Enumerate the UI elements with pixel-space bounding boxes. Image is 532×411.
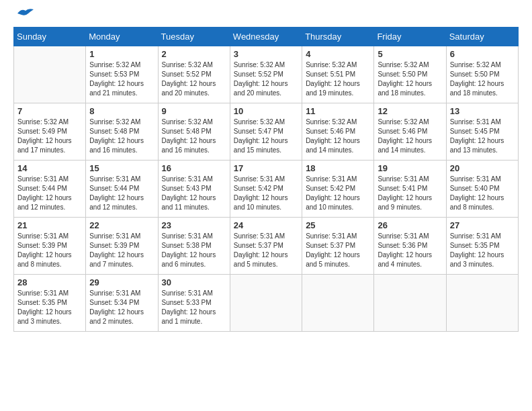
day-number: 25 <box>306 220 370 230</box>
calendar-cell: 18Sunrise: 5:31 AM Sunset: 5:42 PM Dayli… <box>302 161 374 218</box>
day-number: 22 <box>89 220 154 230</box>
calendar-table: SundayMondayTuesdayWednesdayThursdayFrid… <box>13 27 519 332</box>
calendar-cell: 7Sunrise: 5:32 AM Sunset: 5:49 PM Daylig… <box>14 103 86 161</box>
calendar-cell: 23Sunrise: 5:31 AM Sunset: 5:38 PM Dayli… <box>158 218 230 275</box>
calendar-cell: 29Sunrise: 5:31 AM Sunset: 5:34 PM Dayli… <box>86 275 158 332</box>
day-info: Sunrise: 5:31 AM Sunset: 5:38 PM Dayligh… <box>162 232 226 269</box>
weekday-header-thursday: Thursday <box>302 28 374 46</box>
day-info: Sunrise: 5:31 AM Sunset: 5:34 PM Dayligh… <box>89 289 154 326</box>
calendar-cell: 9Sunrise: 5:32 AM Sunset: 5:48 PM Daylig… <box>158 103 230 161</box>
calendar-week-row: 28Sunrise: 5:31 AM Sunset: 5:35 PM Dayli… <box>14 275 519 332</box>
calendar-cell: 14Sunrise: 5:31 AM Sunset: 5:44 PM Dayli… <box>14 161 86 218</box>
day-number: 26 <box>378 220 442 230</box>
calendar-cell <box>374 275 446 332</box>
day-info: Sunrise: 5:31 AM Sunset: 5:44 PM Dayligh… <box>17 175 82 212</box>
day-number: 16 <box>162 163 226 173</box>
day-info: Sunrise: 5:32 AM Sunset: 5:52 PM Dayligh… <box>234 60 298 98</box>
day-number: 23 <box>162 220 226 230</box>
day-number: 20 <box>450 163 515 173</box>
day-info: Sunrise: 5:31 AM Sunset: 5:37 PM Dayligh… <box>234 232 298 269</box>
day-number: 9 <box>162 106 226 116</box>
day-info: Sunrise: 5:32 AM Sunset: 5:50 PM Dayligh… <box>450 60 515 98</box>
day-info: Sunrise: 5:31 AM Sunset: 5:43 PM Dayligh… <box>162 175 226 212</box>
weekday-header-sunday: Sunday <box>14 28 86 46</box>
calendar-cell: 30Sunrise: 5:31 AM Sunset: 5:33 PM Dayli… <box>158 275 230 332</box>
day-number: 3 <box>234 49 298 59</box>
day-info: Sunrise: 5:31 AM Sunset: 5:45 PM Dayligh… <box>450 118 515 155</box>
day-number: 6 <box>450 49 515 59</box>
day-info: Sunrise: 5:31 AM Sunset: 5:44 PM Dayligh… <box>89 175 154 212</box>
day-number: 4 <box>306 49 370 59</box>
day-number: 30 <box>162 277 226 287</box>
calendar-cell: 6Sunrise: 5:32 AM Sunset: 5:50 PM Daylig… <box>446 46 518 103</box>
day-info: Sunrise: 5:31 AM Sunset: 5:41 PM Dayligh… <box>378 175 442 212</box>
calendar-week-row: 14Sunrise: 5:31 AM Sunset: 5:44 PM Dayli… <box>14 161 519 218</box>
day-number: 12 <box>378 106 442 116</box>
calendar-cell: 3Sunrise: 5:32 AM Sunset: 5:52 PM Daylig… <box>230 46 302 103</box>
day-number: 13 <box>450 106 515 116</box>
day-number: 28 <box>17 277 82 287</box>
page-header <box>13 13 519 20</box>
calendar-cell: 25Sunrise: 5:31 AM Sunset: 5:37 PM Dayli… <box>302 218 374 275</box>
weekday-header-monday: Monday <box>86 28 158 46</box>
weekday-header-wednesday: Wednesday <box>230 28 302 46</box>
weekday-header-saturday: Saturday <box>446 28 518 46</box>
calendar-cell: 4Sunrise: 5:32 AM Sunset: 5:51 PM Daylig… <box>302 46 374 103</box>
day-info: Sunrise: 5:32 AM Sunset: 5:51 PM Dayligh… <box>306 60 370 98</box>
calendar-cell: 2Sunrise: 5:32 AM Sunset: 5:52 PM Daylig… <box>158 46 230 103</box>
day-info: Sunrise: 5:32 AM Sunset: 5:49 PM Dayligh… <box>17 118 82 155</box>
calendar-cell: 12Sunrise: 5:32 AM Sunset: 5:46 PM Dayli… <box>374 103 446 161</box>
day-info: Sunrise: 5:32 AM Sunset: 5:47 PM Dayligh… <box>234 118 298 155</box>
calendar-week-row: 7Sunrise: 5:32 AM Sunset: 5:49 PM Daylig… <box>14 103 519 161</box>
calendar-cell: 11Sunrise: 5:32 AM Sunset: 5:46 PM Dayli… <box>302 103 374 161</box>
calendar-cell: 28Sunrise: 5:31 AM Sunset: 5:35 PM Dayli… <box>14 275 86 332</box>
calendar-cell: 5Sunrise: 5:32 AM Sunset: 5:50 PM Daylig… <box>374 46 446 103</box>
day-info: Sunrise: 5:31 AM Sunset: 5:39 PM Dayligh… <box>89 232 154 269</box>
day-info: Sunrise: 5:31 AM Sunset: 5:35 PM Dayligh… <box>450 232 515 269</box>
day-info: Sunrise: 5:32 AM Sunset: 5:48 PM Dayligh… <box>162 118 226 155</box>
calendar-cell: 24Sunrise: 5:31 AM Sunset: 5:37 PM Dayli… <box>230 218 302 275</box>
day-number: 5 <box>378 49 442 59</box>
calendar-week-row: 21Sunrise: 5:31 AM Sunset: 5:39 PM Dayli… <box>14 218 519 275</box>
calendar-week-row: 1Sunrise: 5:32 AM Sunset: 5:53 PM Daylig… <box>14 46 519 103</box>
day-info: Sunrise: 5:31 AM Sunset: 5:42 PM Dayligh… <box>234 175 298 212</box>
day-number: 19 <box>378 163 442 173</box>
calendar-cell: 27Sunrise: 5:31 AM Sunset: 5:35 PM Dayli… <box>446 218 518 275</box>
day-number: 15 <box>89 163 154 173</box>
calendar-cell <box>230 275 302 332</box>
day-info: Sunrise: 5:32 AM Sunset: 5:46 PM Dayligh… <box>306 118 370 155</box>
weekday-header-tuesday: Tuesday <box>158 28 230 46</box>
weekday-header-friday: Friday <box>374 28 446 46</box>
calendar-cell: 1Sunrise: 5:32 AM Sunset: 5:53 PM Daylig… <box>86 46 158 103</box>
logo-bird-icon <box>16 7 35 20</box>
day-info: Sunrise: 5:31 AM Sunset: 5:42 PM Dayligh… <box>306 175 370 212</box>
calendar-cell: 8Sunrise: 5:32 AM Sunset: 5:48 PM Daylig… <box>86 103 158 161</box>
calendar-cell: 15Sunrise: 5:31 AM Sunset: 5:44 PM Dayli… <box>86 161 158 218</box>
day-info: Sunrise: 5:31 AM Sunset: 5:33 PM Dayligh… <box>162 289 226 326</box>
day-info: Sunrise: 5:31 AM Sunset: 5:35 PM Dayligh… <box>17 289 82 326</box>
calendar-cell: 22Sunrise: 5:31 AM Sunset: 5:39 PM Dayli… <box>86 218 158 275</box>
calendar-cell: 16Sunrise: 5:31 AM Sunset: 5:43 PM Dayli… <box>158 161 230 218</box>
day-number: 14 <box>17 163 82 173</box>
weekday-header-row: SundayMondayTuesdayWednesdayThursdayFrid… <box>14 28 519 46</box>
day-info: Sunrise: 5:32 AM Sunset: 5:46 PM Dayligh… <box>378 118 442 155</box>
calendar-cell <box>446 275 518 332</box>
day-number: 21 <box>17 220 82 230</box>
day-number: 18 <box>306 163 370 173</box>
calendar-cell: 13Sunrise: 5:31 AM Sunset: 5:45 PM Dayli… <box>446 103 518 161</box>
day-number: 10 <box>234 106 298 116</box>
calendar-cell <box>302 275 374 332</box>
calendar-cell <box>14 46 86 103</box>
calendar-cell: 10Sunrise: 5:32 AM Sunset: 5:47 PM Dayli… <box>230 103 302 161</box>
calendar-cell: 26Sunrise: 5:31 AM Sunset: 5:36 PM Dayli… <box>374 218 446 275</box>
day-number: 27 <box>450 220 515 230</box>
calendar-cell: 20Sunrise: 5:31 AM Sunset: 5:40 PM Dayli… <box>446 161 518 218</box>
day-info: Sunrise: 5:31 AM Sunset: 5:40 PM Dayligh… <box>450 175 515 212</box>
calendar-cell: 17Sunrise: 5:31 AM Sunset: 5:42 PM Dayli… <box>230 161 302 218</box>
day-number: 1 <box>89 49 154 59</box>
day-info: Sunrise: 5:31 AM Sunset: 5:37 PM Dayligh… <box>306 232 370 269</box>
day-info: Sunrise: 5:31 AM Sunset: 5:36 PM Dayligh… <box>378 232 442 269</box>
day-info: Sunrise: 5:32 AM Sunset: 5:52 PM Dayligh… <box>162 60 226 98</box>
day-info: Sunrise: 5:32 AM Sunset: 5:48 PM Dayligh… <box>89 118 154 155</box>
day-number: 17 <box>234 163 298 173</box>
